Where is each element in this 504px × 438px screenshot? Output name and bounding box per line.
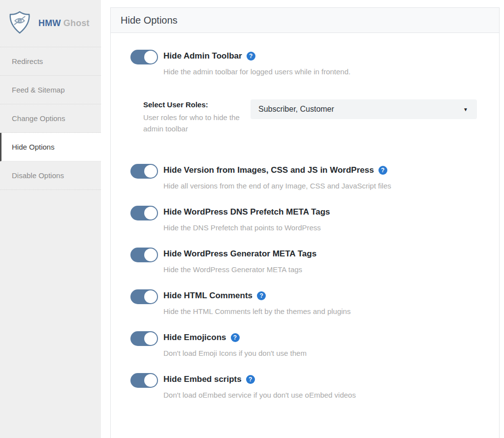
hide-dns-prefetch-toggle[interactable] xyxy=(130,206,158,220)
setting-description: Hide all versions from the end of any Im… xyxy=(163,182,391,190)
setting-label: Hide WordPress DNS Prefetch META Tags xyxy=(163,207,330,217)
sidebar-item-redirects[interactable]: Redirects xyxy=(0,47,101,76)
setting-description: Don't load oEmbed service if you don't u… xyxy=(163,391,356,399)
setting-row-hide-generator-meta: Hide WordPress Generator META Tags Hide … xyxy=(130,248,477,274)
setting-label-text: Hide WordPress DNS Prefetch META Tags xyxy=(163,207,330,217)
hide-generator-meta-toggle[interactable] xyxy=(130,248,158,262)
app-logo: HMW Ghost xyxy=(0,0,101,47)
sidebar-item-hide-options[interactable]: Hide Options xyxy=(0,133,101,161)
sidebar-item-change-options[interactable]: Change Options xyxy=(0,104,101,133)
setting-label-text: Hide WordPress Generator META Tags xyxy=(163,249,316,259)
setting-text: Hide Version from Images, CSS and JS in … xyxy=(163,164,391,190)
shield-eye-off-icon xyxy=(8,10,31,37)
setting-text: Hide WordPress DNS Prefetch META Tags Hi… xyxy=(163,206,330,232)
setting-label: Hide WordPress Generator META Tags xyxy=(163,249,316,259)
main-area: Hide Options Hide Admin Toolbar? Hide th… xyxy=(101,0,504,438)
sidebar: HMW Ghost Redirects Feed & Sitemap Chang… xyxy=(0,0,101,438)
toggle-knob xyxy=(144,332,157,345)
help-icon[interactable]: ? xyxy=(257,291,266,300)
setting-text: Hide HTML Comments? Hide the HTML Commen… xyxy=(163,289,350,315)
setting-label: Hide Version from Images, CSS and JS in … xyxy=(163,165,391,175)
sidebar-item-feed-sitemap[interactable]: Feed & Sitemap xyxy=(0,76,101,104)
setting-description: Hide the HTML Comments left by the theme… xyxy=(163,307,350,315)
help-icon[interactable]: ? xyxy=(247,52,255,61)
toggle-knob xyxy=(144,51,157,63)
hide-html-comments-toggle[interactable] xyxy=(130,289,158,304)
sidebar-item-disable-options[interactable]: Disable Options xyxy=(0,161,101,190)
setting-label-text: Hide Embed scripts xyxy=(163,375,242,384)
hide-admin-toolbar-toggle[interactable] xyxy=(130,50,158,64)
user-roles-select[interactable]: Subscriber, Customer ▼ xyxy=(251,99,477,119)
setting-label: Hide Admin Toolbar? xyxy=(163,51,350,61)
help-icon[interactable]: ? xyxy=(231,333,240,342)
setting-text: Hide WordPress Generator META Tags Hide … xyxy=(163,248,316,274)
setting-label: Hide Embed scripts? xyxy=(163,375,356,384)
setting-label-text: Hide Admin Toolbar xyxy=(163,51,242,61)
brand-ghost: Ghost xyxy=(63,18,90,28)
hide-version-toggle[interactable] xyxy=(130,164,158,179)
hide-embed-scripts-toggle[interactable] xyxy=(130,373,158,388)
panel-body: Hide Admin Toolbar? Hide the admin toolb… xyxy=(111,33,499,435)
toggle-knob xyxy=(144,207,157,219)
setting-label-text: Hide Emojicons xyxy=(163,333,226,343)
toggle-knob xyxy=(144,249,157,261)
setting-row-hide-html-comments: Hide HTML Comments? Hide the HTML Commen… xyxy=(130,289,477,315)
setting-row-hide-embed-scripts: Hide Embed scripts? Don't load oEmbed se… xyxy=(130,373,477,399)
setting-row-hide-version: Hide Version from Images, CSS and JS in … xyxy=(130,164,477,190)
setting-description: Hide the WordPress Generator META tags xyxy=(163,265,316,274)
toggle-knob xyxy=(144,290,157,303)
setting-label-text: Hide Version from Images, CSS and JS in … xyxy=(163,165,374,175)
setting-row-hide-admin-toolbar: Hide Admin Toolbar? Hide the admin toolb… xyxy=(130,50,477,76)
setting-text: Hide Embed scripts? Don't load oEmbed se… xyxy=(163,373,356,399)
help-icon[interactable]: ? xyxy=(246,375,255,384)
setting-label-text: Hide HTML Comments xyxy=(163,291,252,301)
toggle-knob xyxy=(144,374,157,387)
user-roles-label: Select User Roles: xyxy=(143,100,251,109)
panel-title: Hide Options xyxy=(111,8,499,33)
setting-row-hide-emojicons: Hide Emojicons? Don't load Emoji Icons i… xyxy=(130,331,477,357)
brand-hmw: HMW xyxy=(38,18,61,28)
setting-label: Hide HTML Comments? xyxy=(163,291,350,301)
setting-row-hide-dns-prefetch: Hide WordPress DNS Prefetch META Tags Hi… xyxy=(130,206,477,232)
hide-emojicons-toggle[interactable] xyxy=(130,331,158,346)
help-icon[interactable]: ? xyxy=(378,166,387,175)
chevron-down-icon: ▼ xyxy=(463,107,468,112)
setting-description: Don't load Emoji Icons if you don't use … xyxy=(163,349,307,357)
user-roles-label-col: Select User Roles: User roles for who to… xyxy=(143,99,251,134)
user-roles-selected-value: Subscriber, Customer xyxy=(258,105,334,114)
user-roles-setting: Select User Roles: User roles for who to… xyxy=(143,99,477,134)
setting-label: Hide Emojicons? xyxy=(163,333,307,343)
brand-name: HMW Ghost xyxy=(38,18,90,29)
setting-text: Hide Admin Toolbar? Hide the admin toolb… xyxy=(163,50,350,76)
setting-description: Hide the DNS Prefetch that points to Wor… xyxy=(163,223,330,232)
setting-text: Hide Emojicons? Don't load Emoji Icons i… xyxy=(163,331,307,357)
user-roles-description: User roles for who to hide the admin too… xyxy=(143,112,247,134)
toggle-knob xyxy=(144,165,157,178)
hide-options-panel: Hide Options Hide Admin Toolbar? Hide th… xyxy=(110,7,500,438)
setting-description: Hide the admin toolbar for logged users … xyxy=(163,67,350,76)
